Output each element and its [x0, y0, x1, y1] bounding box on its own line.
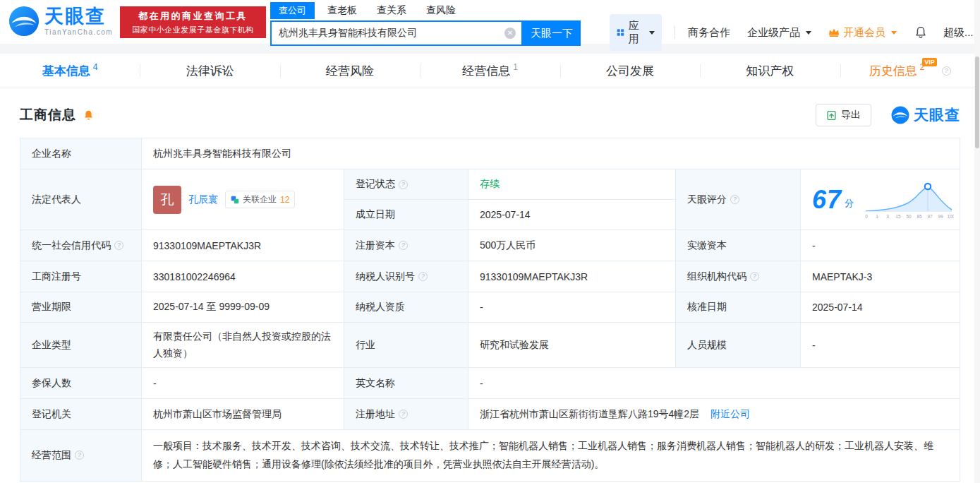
field-value-reg-capital: 500万人民币 [468, 230, 676, 261]
field-label-credit-code: 统一社会信用代码 [20, 230, 142, 261]
field-label-reg-authority: 登记机关 [20, 399, 142, 430]
search-input[interactable] [279, 28, 504, 39]
brand-name: 天眼查 [44, 7, 113, 26]
field-value-company-name: 杭州兆丰具身智能科技有限公司 [142, 138, 960, 169]
help-icon[interactable] [399, 180, 408, 189]
crown-icon [828, 28, 840, 37]
section-title: 工商信息 [20, 106, 76, 124]
field-value-reg-number: 330181002246964 [142, 261, 344, 292]
svg-text:50: 50 [906, 214, 912, 219]
search-tab-risk[interactable]: 查风险 [426, 4, 456, 17]
slogan-line1: 都在用的商业查询工具 [120, 10, 266, 23]
tianyancha-company-page: 天眼查 TianYanCha.com 都在用的商业查询工具 国家中小企业发展子基… [0, 0, 980, 483]
tianyancha-logo[interactable]: 天眼查 TianYanCha.com [8, 6, 113, 37]
field-label-insured-count: 参保人数 [20, 368, 142, 399]
field-label-paid-capital: 实缴资本 [676, 230, 801, 261]
field-value-industry: 研究和试验发展 [468, 323, 676, 368]
search-tab-relation[interactable]: 查关系 [377, 4, 406, 17]
field-value-insured-count: - [142, 368, 344, 399]
tab-history-info[interactable]: 历史信息2VIP [840, 54, 980, 88]
svg-text:100: 100 [948, 214, 954, 219]
help-icon[interactable] [399, 241, 408, 250]
nearby-companies-link[interactable]: 附近公司 [710, 408, 750, 419]
svg-text:99: 99 [938, 214, 943, 219]
status-badge: 存续 [480, 178, 500, 189]
help-icon[interactable] [730, 195, 739, 204]
page-scrollbar[interactable] [974, 0, 980, 483]
watermark-brand: 天眼查 [914, 105, 960, 125]
field-label-reg-number: 工商注册号 [20, 261, 142, 292]
field-label-org-code: 组织机构代码 [676, 261, 801, 292]
svg-text:97: 97 [927, 214, 933, 219]
monitor-bell-button[interactable] [83, 109, 95, 121]
apps-menu[interactable]: 应用 [610, 14, 662, 51]
field-label-taxpayer-id: 纳税人识别号 [344, 261, 468, 292]
tianyancha-logo-icon [891, 106, 909, 124]
field-value-legal-rep: 孔 孔辰寰 关联企业 12 [142, 169, 344, 230]
score-value: 67 [812, 185, 842, 215]
field-label-score: 天眼评分 [676, 169, 801, 230]
chevron-down-icon [649, 31, 655, 35]
field-value-score[interactable]: 67 分 0 1 3 15 50 85 97 [801, 169, 960, 230]
search-button[interactable]: 天眼一下 [523, 20, 581, 46]
tab-intellectual-property[interactable]: 知识产权 [700, 54, 840, 88]
help-icon[interactable] [75, 451, 84, 460]
field-value-taxpayer-id: 91330109MAEPTAKJ3R [468, 261, 676, 292]
field-value-business-term: 2025-07-14 至 9999-09-09 [142, 292, 344, 323]
company-detail-tabs: 基本信息4 法律诉讼 经营风险 经营信息1 公司发展 知识产权 历史信息2VIP [0, 54, 980, 88]
field-value-english-name: - [468, 368, 960, 399]
tab-company-development[interactable]: 公司发展 [560, 54, 700, 88]
slogan-banner: 都在用的商业查询工具 国家中小企业发展子基金旗下机构 [120, 6, 266, 38]
legal-rep-link[interactable]: 孔辰寰 [188, 193, 218, 206]
field-value-reg-address: 浙江省杭州市萧山区新街街道垦辉八路19号4幢2层 附近公司 [468, 399, 960, 430]
orange-bell-icon [83, 109, 95, 121]
related-companies-tag[interactable]: 关联企业 12 [225, 191, 295, 208]
svg-text:0: 0 [865, 214, 868, 219]
tianyancha-logo-icon [8, 6, 40, 37]
chevron-down-icon [891, 31, 897, 35]
field-label-legal-rep: 法定代表人 [20, 169, 142, 230]
help-icon[interactable] [114, 241, 123, 250]
section-header: 工商信息 导出 天眼查 [0, 93, 980, 138]
notifications-button[interactable] [914, 25, 928, 40]
field-value-org-code: MAEPTAKJ-3 [801, 261, 960, 292]
open-vip-menu[interactable]: 开通会员 [828, 26, 897, 40]
legal-rep-avatar[interactable]: 孔 [153, 186, 181, 214]
export-button[interactable]: 导出 [816, 104, 871, 126]
divider [674, 26, 675, 39]
search-tabs: 查公司 查老板 查关系 查风险 [270, 2, 581, 19]
business-cooperation-link[interactable]: 商务合作 [688, 26, 730, 40]
clear-icon[interactable] [504, 28, 516, 39]
export-icon [826, 110, 837, 121]
field-label-approval-date: 核准日期 [676, 292, 801, 323]
field-value-staff-size: - [801, 323, 960, 368]
help-icon[interactable] [418, 272, 428, 281]
scrollbar-thumb[interactable] [975, 56, 979, 148]
field-label-reg-status: 登记状态 [344, 169, 468, 200]
field-label-industry: 行业 [344, 323, 468, 368]
search-tab-boss[interactable]: 查老板 [327, 4, 357, 17]
enterprise-products-menu[interactable]: 企业级产品 [747, 26, 811, 40]
help-icon[interactable] [750, 272, 759, 281]
search-tab-company[interactable]: 查公司 [270, 2, 315, 19]
help-icon[interactable] [942, 66, 951, 76]
field-label-business-scope: 经营范围 [20, 430, 142, 482]
svg-text:3: 3 [886, 214, 889, 219]
tab-legal-proceedings[interactable]: 法律诉讼 [140, 54, 279, 88]
chevron-down-icon [806, 31, 811, 35]
field-label-company-type: 企业类型 [20, 323, 142, 368]
field-label-reg-capital: 注册资本 [344, 230, 468, 261]
related-companies-icon [231, 196, 239, 204]
tab-operation-risk[interactable]: 经营风险 [280, 54, 420, 88]
field-value-reg-status: 存续 [468, 169, 676, 200]
header-right-nav: 应用 商务合作 企业级产品 开通会员 [610, 14, 980, 51]
search-area: 查公司 查老板 查关系 查风险 天眼一下 [270, 2, 581, 46]
field-value-establish-date: 2025-07-14 [468, 200, 676, 230]
help-icon[interactable] [399, 410, 408, 419]
score-marker [925, 183, 931, 189]
tab-basic-info[interactable]: 基本信息4 [0, 54, 140, 88]
field-value-taxpayer-quality: - [468, 292, 676, 323]
svg-text:15: 15 [895, 214, 901, 219]
tab-operation-info[interactable]: 经营信息1 [420, 54, 559, 88]
user-account[interactable]: 超级... [943, 26, 974, 40]
